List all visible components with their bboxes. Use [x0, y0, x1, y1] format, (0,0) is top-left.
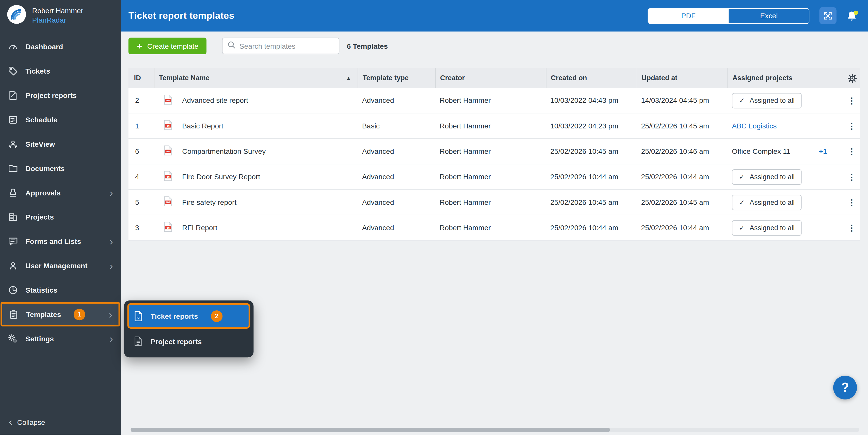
- assigned-more-link[interactable]: +1: [819, 147, 839, 156]
- header-template-name[interactable]: Template Name ▲: [154, 68, 358, 88]
- sidebar-item-settings[interactable]: Settings ›: [0, 326, 121, 351]
- sidebar-item-label: Templates: [26, 310, 61, 319]
- dashboard-icon: [8, 41, 18, 52]
- cell-creator: Robert Hammer: [435, 122, 546, 130]
- row-menu-kebab-icon[interactable]: ⋮: [848, 198, 856, 206]
- siteview-icon: [8, 139, 18, 149]
- plus-icon: +: [136, 41, 142, 51]
- statistics-icon: [8, 285, 18, 295]
- cell-assigned-projects: Office Complex 11+1: [727, 147, 844, 156]
- row-menu-kebab-icon[interactable]: ⋮: [848, 96, 856, 105]
- topbar-actions: PDF Excel: [648, 7, 857, 24]
- row-menu-kebab-icon[interactable]: ⋮: [848, 173, 856, 181]
- assigned-to-all-button[interactable]: ✓Assigned to all: [732, 220, 802, 236]
- cell-template-name: PDF Advanced site report: [154, 95, 358, 106]
- cell-updated-at: 25/02/2026 10:46 am: [637, 147, 727, 156]
- create-template-button[interactable]: + Create template: [128, 38, 207, 54]
- assigned-to-all-button[interactable]: ✓Assigned to all: [732, 194, 802, 210]
- header-assigned-projects[interactable]: Assigned projects: [727, 68, 844, 88]
- cell-template-name: PDF RFI Report: [154, 222, 358, 233]
- sidebar-item-label: Forms and Lists: [25, 237, 81, 245]
- table-row[interactable]: 4 PDF Fire Door Survey Report Adv: [128, 164, 860, 190]
- toolbar: + Create template 6 Templates: [128, 38, 860, 54]
- header-created-on[interactable]: Created on: [546, 68, 637, 88]
- notifications-bell-icon[interactable]: [846, 10, 857, 21]
- table-row[interactable]: 1 PDF Basic Report Basic: [128, 113, 860, 139]
- template-name: Fire Door Survey Report: [182, 173, 260, 181]
- svg-text:PDF: PDF: [135, 316, 141, 319]
- cell-template-type: Advanced: [358, 96, 435, 105]
- sidebar-item-templates[interactable]: Templates 1 ›: [1, 302, 120, 326]
- cell-actions: ⋮: [844, 224, 860, 232]
- sidebar-item-statistics[interactable]: Statistics: [0, 278, 121, 302]
- sidebar-item-siteview[interactable]: SiteView: [0, 132, 121, 156]
- sidebar-item-dashboard[interactable]: Dashboard: [0, 34, 121, 59]
- assigned-to-all-button[interactable]: ✓Assigned to all: [732, 169, 802, 185]
- pdf-icon: PDF: [164, 145, 172, 157]
- sidebar-menu: Dashboard Tickets Project reports Sche: [0, 34, 121, 351]
- sidebar-item-projects[interactable]: Projects: [0, 205, 121, 229]
- search-input[interactable]: [240, 42, 334, 50]
- table-header-row: ID Template Name ▲ Template type Creator…: [128, 68, 860, 88]
- table-row[interactable]: 5 PDF Fire safety report Advanced: [128, 190, 860, 215]
- table-row[interactable]: 3 PDF RFI Report Advanced: [128, 215, 860, 241]
- excel-toggle-button[interactable]: Excel: [728, 9, 809, 23]
- template-name: Advanced site report: [182, 96, 248, 105]
- row-menu-kebab-icon[interactable]: ⋮: [848, 147, 856, 156]
- cell-creator: Robert Hammer: [435, 173, 546, 181]
- scrollbar-thumb[interactable]: [130, 428, 610, 432]
- templates-count: 6 Templates: [347, 42, 388, 50]
- project-reports-icon: [8, 90, 18, 100]
- templates-icon: [8, 309, 19, 320]
- search-icon: [228, 41, 236, 51]
- sidebar-item-tickets[interactable]: Tickets: [0, 59, 121, 83]
- collapse-button[interactable]: ‹ Collapse: [0, 414, 54, 430]
- check-icon: ✓: [739, 198, 745, 206]
- header-updated-at[interactable]: Updated at: [637, 68, 727, 88]
- sidebar-item-user-management[interactable]: User Management ›: [0, 253, 121, 278]
- sidebar-item-project-reports[interactable]: Project reports: [0, 83, 121, 107]
- notification-dot: [854, 10, 858, 14]
- apps-icon[interactable]: [819, 7, 837, 24]
- sidebar-item-schedule[interactable]: Schedule: [0, 107, 121, 132]
- cell-created-on: 25/02/2026 10:44 am: [546, 173, 637, 181]
- pdf-file-icon: PDF: [134, 311, 144, 321]
- flyout-item-label: Ticket reports: [151, 312, 198, 320]
- flyout-item-ticket-reports[interactable]: PDF Ticket reports 2: [127, 303, 250, 329]
- templates-table: ID Template Name ▲ Template type Creator…: [128, 68, 860, 241]
- help-button[interactable]: ?: [833, 376, 857, 399]
- cell-id: 6: [128, 147, 154, 156]
- template-name: Basic Report: [182, 122, 223, 130]
- assigned-project-link[interactable]: ABC Logistics: [732, 122, 777, 130]
- cell-created-on: 10/03/2022 04:23 pm: [546, 122, 637, 130]
- assigned-to-all-button[interactable]: ✓Assigned to all: [732, 93, 802, 108]
- sidebar-item-approvals[interactable]: Approvals ›: [0, 180, 121, 205]
- header-template-type[interactable]: Template type: [358, 68, 435, 88]
- sidebar-item-documents[interactable]: Documents: [0, 156, 121, 180]
- pdf-icon: PDF: [164, 222, 172, 233]
- cell-template-type: Advanced: [358, 198, 435, 206]
- row-menu-kebab-icon[interactable]: ⋮: [848, 224, 856, 232]
- header-id[interactable]: ID: [128, 68, 154, 88]
- cell-created-on: 25/02/2026 10:45 am: [546, 198, 637, 206]
- tickets-icon: [8, 65, 18, 76]
- sidebar-item-label: Settings: [25, 334, 54, 343]
- row-menu-kebab-icon[interactable]: ⋮: [848, 122, 856, 130]
- pdf-toggle-button[interactable]: PDF: [648, 9, 728, 23]
- horizontal-scrollbar[interactable]: [130, 428, 859, 432]
- svg-text:PDF: PDF: [165, 201, 170, 204]
- settings-icon: [8, 333, 18, 344]
- sidebar-item-label: Schedule: [25, 115, 57, 124]
- sidebar-item-forms-and-lists[interactable]: Forms and Lists ›: [0, 229, 121, 254]
- table-row[interactable]: 6 PDF Compartmentation Survey Adv: [128, 139, 860, 164]
- user-name: Robert Hammer: [32, 7, 83, 15]
- column-settings-gear-icon[interactable]: [844, 68, 860, 88]
- chevron-right-icon: ›: [110, 333, 113, 344]
- table-row[interactable]: 2 PDF Advanced site report Advanc: [128, 88, 860, 113]
- brand-name[interactable]: PlanRadar: [32, 16, 83, 24]
- header-creator[interactable]: Creator: [435, 68, 546, 88]
- flyout-item-label: Project reports: [151, 337, 202, 346]
- cell-actions: ⋮: [844, 122, 860, 130]
- users-icon: [8, 260, 18, 271]
- flyout-item-project-reports[interactable]: Project reports: [127, 330, 250, 352]
